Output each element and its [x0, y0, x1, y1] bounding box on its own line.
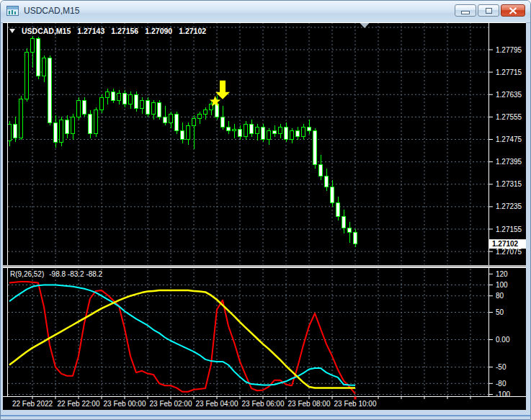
minimize-button[interactable]	[455, 4, 476, 17]
window-controls	[455, 4, 525, 17]
window-bottom-edge	[1, 415, 530, 416]
restore-button[interactable]	[478, 4, 499, 17]
current-price-tag: 1.27102	[492, 240, 519, 248]
svg-text:-80: -80	[496, 380, 507, 388]
svg-text:1.27795: 1.27795	[496, 46, 522, 54]
header-low: 1.27090	[145, 27, 172, 35]
minimize-icon	[461, 11, 470, 14]
svg-text:120: 120	[496, 270, 508, 278]
chart-canvas[interactable]: 1.277951.277151.276351.275551.274751.273…	[3, 22, 526, 410]
svg-text:23 Feb 00:00: 23 Feb 00:00	[104, 400, 146, 408]
chart-ohlc-header[interactable]: USDCAD,M15 1.27143 1.27156 1.27090 1.271…	[9, 27, 206, 35]
close-button[interactable]	[501, 4, 525, 17]
svg-text:23 Feb 10:00: 23 Feb 10:00	[334, 400, 377, 408]
chart-client-area[interactable]: 1.277951.277151.276351.275551.274751.273…	[3, 22, 526, 410]
oscillator-line-red	[9, 282, 355, 394]
svg-text:-100: -100	[496, 390, 510, 398]
svg-text:23 Feb 06:00: 23 Feb 06:00	[242, 400, 285, 408]
svg-text:23 Feb 02:00: 23 Feb 02:00	[150, 400, 192, 408]
header-symbol: USDCAD,M15	[22, 27, 71, 35]
svg-text:0.00: 0.00	[496, 336, 510, 344]
svg-text:1.27555: 1.27555	[496, 113, 522, 121]
svg-text:80: 80	[496, 292, 504, 300]
indicator-label: R(9,26,52) -98.8 -83.2 -88.2	[10, 270, 102, 278]
indicator-name: R(9,26,52)	[10, 270, 44, 278]
svg-text:1.27635: 1.27635	[496, 91, 522, 99]
candles-layer	[8, 36, 357, 248]
header-open: 1.27143	[77, 27, 104, 35]
svg-text:1.27475: 1.27475	[496, 135, 522, 143]
svg-text:50: 50	[496, 308, 504, 316]
restore-icon	[486, 8, 492, 14]
svg-text:1.27715: 1.27715	[496, 68, 522, 76]
svg-text:1.27315: 1.27315	[496, 180, 522, 188]
header-close: 1.27102	[179, 27, 206, 35]
mt4-chart-window: USDCAD,M15 1.277951.277151.276351.275551…	[0, 0, 531, 420]
svg-text:100: 100	[496, 281, 508, 289]
svg-text:1.27235: 1.27235	[496, 202, 522, 210]
svg-text:-50: -50	[496, 363, 507, 371]
svg-text:1.27075: 1.27075	[496, 248, 522, 256]
title-bar[interactable]: USDCAD,M15	[1, 1, 530, 23]
svg-text:23 Feb 04:00: 23 Feb 04:00	[196, 400, 238, 408]
chevron-down-icon	[9, 29, 15, 33]
svg-text:1.27155: 1.27155	[496, 225, 522, 233]
sell-arrow-down-icon	[215, 81, 230, 99]
svg-text:22 Feb 22:00: 22 Feb 22:00	[58, 400, 100, 408]
header-high: 1.27156	[111, 27, 138, 35]
indicator-values: -98.8 -83.2 -88.2	[49, 270, 102, 278]
svg-text:1.27395: 1.27395	[496, 158, 522, 166]
svg-text:22 Feb 2022: 22 Feb 2022	[12, 400, 53, 408]
oscillator-line-cyan	[9, 285, 355, 385]
window-title: USDCAD,M15	[24, 6, 79, 16]
svg-text:23 Feb 08:00: 23 Feb 08:00	[288, 400, 331, 408]
close-icon	[509, 7, 517, 14]
chart-window-icon	[6, 6, 19, 17]
